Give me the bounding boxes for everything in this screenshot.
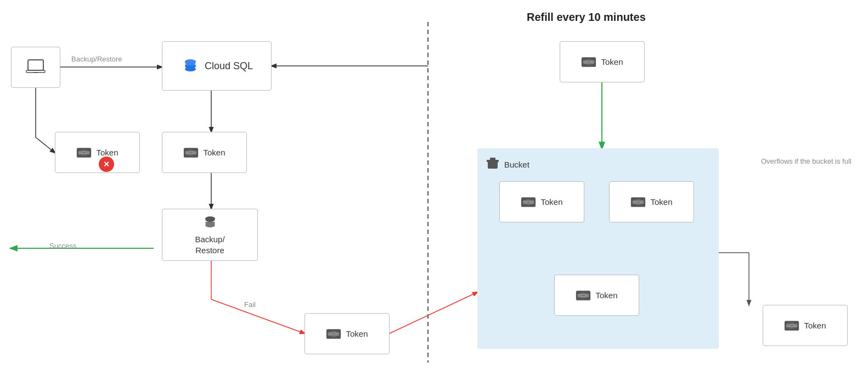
svg-rect-70 [790,322,794,328]
bucket-label: Bucket [504,160,529,169]
svg-rect-48 [490,158,495,160]
red-x-badge: ✕ [99,157,114,172]
arrows-overlay [0,0,868,379]
token-label-bucket-tl: Token [540,197,562,207]
diagram-container: Refill every 10 minutes [0,0,868,379]
token-label-refill: Token [601,57,623,66]
token-icon-refill [581,57,596,68]
bucket-label-row: Bucket [486,157,529,172]
token-overflow-box: Token [763,305,848,346]
token-label-2: Token [203,148,225,157]
token-icon-1 [76,147,92,158]
svg-line-6 [390,292,477,333]
svg-point-57 [640,200,644,204]
svg-point-36 [336,332,340,336]
svg-rect-46 [488,161,498,169]
laptop-icon [26,59,46,76]
svg-point-35 [328,332,332,336]
svg-point-22 [86,151,90,154]
token-box-refill: Token [560,41,645,82]
database-icon [202,214,218,232]
svg-rect-58 [636,199,641,205]
token-icon-2 [183,147,199,158]
backup-restore-label: Backup/Restore [195,234,224,255]
token-icon-bucket-tr [630,197,646,208]
svg-rect-37 [331,331,336,337]
svg-rect-43 [587,59,591,65]
svg-point-51 [531,200,534,204]
token-label-overflow: Token [804,321,826,330]
token-icon-overflow [784,320,799,331]
svg-rect-23 [82,149,87,155]
token-icon-fail [326,328,341,339]
overflow-text: Overflows if the bucket is full [761,157,857,166]
bucket-area: Bucket Token [477,148,719,349]
svg-point-28 [193,151,197,154]
svg-point-27 [185,151,189,154]
laptop-box [11,47,60,88]
svg-rect-14 [28,60,43,70]
token-bucket-bc: Token [554,275,639,316]
cloud-sql-icon [181,56,200,76]
backup-restore-arrow-label: Backup/Restore [71,55,122,63]
svg-rect-52 [526,199,531,205]
fail-label: Fail [244,300,256,309]
svg-point-62 [578,293,582,297]
svg-point-41 [583,60,587,64]
token-icon-bucket-bc [576,290,591,301]
svg-point-50 [523,200,527,204]
diagram-title: Refill every 10 minutes [527,11,646,24]
svg-point-33 [205,223,215,227]
token-label-fail: Token [346,329,368,338]
svg-line-5 [211,299,305,333]
svg-line-11 [36,137,55,153]
svg-point-19 [185,67,196,71]
token-box-fail: Token [305,313,390,354]
success-label: Success [49,242,76,250]
backup-restore-box: Backup/Restore [162,209,258,261]
token-label-bucket-bc: Token [595,291,617,300]
svg-point-63 [585,293,589,297]
token-box-left-mid: Token [55,132,140,173]
svg-rect-64 [581,292,586,298]
token-box-center-top: Token [162,132,247,173]
svg-point-21 [78,151,82,154]
svg-point-68 [786,324,790,327]
token-bucket-tr: Token [609,181,694,222]
token-label-bucket-tr: Token [650,197,672,207]
cloud-sql-label: Cloud SQL [205,60,253,72]
svg-point-42 [591,60,595,64]
svg-point-69 [794,324,798,327]
token-label-1: Token [96,148,118,157]
bucket-icon [486,157,500,172]
token-bucket-tl: Token [499,181,584,222]
token-icon-bucket-tl [521,197,536,208]
svg-point-56 [633,200,636,204]
svg-rect-29 [189,149,194,155]
cloud-sql-box: Cloud SQL [162,41,272,91]
